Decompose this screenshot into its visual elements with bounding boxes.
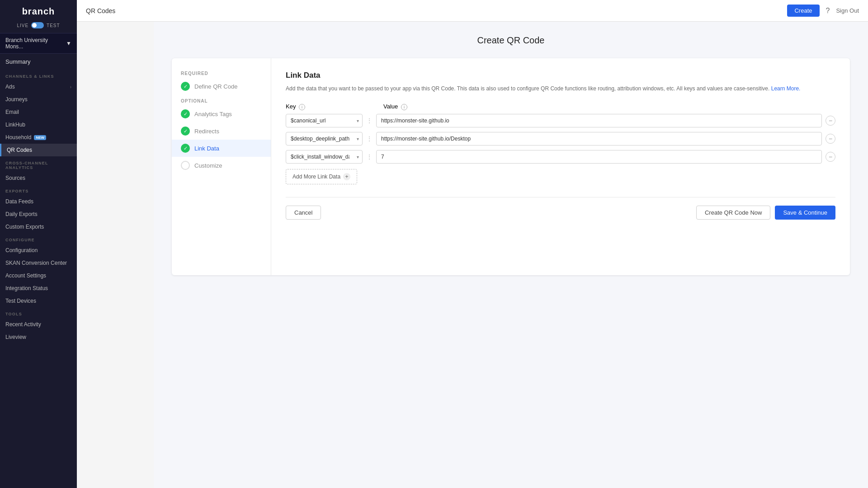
step-analytics-tags[interactable]: ✓ Analytics Tags (172, 105, 271, 122)
required-label: REQUIRED (172, 67, 271, 78)
sidebar-item-integration-status[interactable]: Integration Status (0, 282, 77, 295)
checkmark-define: ✓ (184, 84, 188, 89)
value-info-icon[interactable]: i (401, 104, 407, 110)
sidebar-item-configuration[interactable]: Configuration (0, 244, 77, 257)
wizard-footer: Cancel Create QR Code Now Save & Continu… (286, 197, 835, 220)
sidebar: branch LIVE TEST Branch University Mons.… (0, 0, 77, 488)
email-label: Email (5, 109, 19, 115)
step-label-customize: Customize (194, 162, 222, 169)
sidebar-item-skan[interactable]: SKAN Conversion Center (0, 257, 77, 269)
logo-text: branch (7, 6, 70, 17)
configuration-label: Configuration (5, 247, 38, 253)
step-icon-customize (181, 161, 190, 170)
toggle-switch[interactable] (31, 22, 44, 28)
sidebar-item-sources[interactable]: Sources (0, 172, 77, 184)
add-more-link-data-button[interactable]: Add More Link Data + (286, 169, 357, 184)
household-badge: NEW (34, 135, 46, 140)
key-select-3[interactable]: $click_install_window_days (286, 150, 363, 164)
key-select-wrapper-3: $click_install_window_days ▾ (286, 150, 363, 164)
learn-more-link[interactable]: Learn More. (771, 85, 801, 92)
sidebar-item-test-devices[interactable]: Test Devices (0, 295, 77, 307)
workspace-selector[interactable]: Branch University Mons... ▼ (0, 33, 77, 54)
link-data-row-3: $click_install_window_days ▾ ⋮ − (286, 150, 835, 164)
channels-links-section: CHANNELS & LINKS (0, 70, 77, 80)
cancel-button[interactable]: Cancel (286, 206, 321, 220)
main-content: Create QR Code REQUIRED ✓ Define QR Code… (154, 22, 868, 488)
step-icon-define: ✓ (181, 82, 190, 91)
create-qr-code-now-button[interactable]: Create QR Code Now (696, 206, 770, 220)
sidebar-item-account-settings[interactable]: Account Settings (0, 269, 77, 282)
sidebar-item-liveview[interactable]: Liveview (0, 331, 77, 343)
add-more-label: Add More Link Data (292, 174, 340, 180)
help-icon[interactable]: ? (826, 7, 830, 15)
household-label: Household (5, 134, 31, 141)
account-settings-label: Account Settings (5, 272, 46, 279)
step-redirects[interactable]: ✓ Redirects (172, 122, 271, 140)
key-info-icon[interactable]: i (299, 104, 305, 110)
cross-channel-section: CROSS-CHANNEL ANALYTICS (0, 156, 77, 172)
key-select-1[interactable]: $canonical_url (286, 114, 363, 127)
configure-section: CONFIGURE (0, 233, 77, 244)
sidebar-item-qr-codes[interactable]: QR Codes (0, 144, 77, 156)
sidebar-item-daily-exports[interactable]: Daily Exports (0, 208, 77, 221)
sidebar-item-summary[interactable]: Summary (0, 54, 77, 70)
wizard-container: REQUIRED ✓ Define QR Code OPTIONAL ✓ Ana… (172, 58, 850, 275)
step-define-qr-code[interactable]: ✓ Define QR Code (172, 78, 271, 95)
save-continue-button[interactable]: Save & Continue (775, 206, 835, 220)
checkmark-analytics: ✓ (184, 111, 188, 117)
checkmark-link-data: ✓ (184, 145, 188, 151)
qr-codes-label: QR Codes (7, 147, 32, 153)
test-label: TEST (47, 23, 60, 28)
recent-activity-label: Recent Activity (5, 321, 41, 328)
skan-label: SKAN Conversion Center (5, 260, 67, 266)
key-select-2[interactable]: $desktop_deeplink_path (286, 132, 363, 145)
step-icon-analytics: ✓ (181, 109, 190, 118)
steps-panel: REQUIRED ✓ Define QR Code OPTIONAL ✓ Ana… (172, 58, 271, 275)
create-button[interactable]: Create (787, 5, 819, 17)
step-link-data[interactable]: ✓ Link Data (172, 140, 271, 157)
topbar: QR Codes Create ? Sign Out (77, 0, 868, 22)
workspace-chevron: ▼ (66, 40, 71, 47)
test-devices-label: Test Devices (5, 298, 36, 304)
footer-right-buttons: Create QR Code Now Save & Continue (696, 206, 835, 220)
sidebar-item-ads[interactable]: Ads › (0, 80, 77, 93)
ads-label: Ads (5, 84, 15, 90)
step-icon-link-data: ✓ (181, 144, 190, 153)
liveview-label: Liveview (5, 334, 26, 340)
sidebar-item-data-feeds[interactable]: Data Feeds (0, 195, 77, 208)
key-select-wrapper-2: $desktop_deeplink_path ▾ (286, 132, 363, 145)
tools-section: TOOLS (0, 307, 77, 318)
value-input-2[interactable] (376, 132, 822, 145)
step-label-define: Define QR Code (194, 83, 237, 90)
sidebar-item-email[interactable]: Email (0, 106, 77, 118)
step-icon-redirects: ✓ (181, 127, 190, 136)
remove-btn-2[interactable]: − (826, 134, 835, 144)
content-title: Link Data (286, 71, 835, 80)
sidebar-item-journeys[interactable]: Journeys (0, 93, 77, 106)
value-input-1[interactable] (376, 114, 822, 127)
signout-link[interactable]: Sign Out (836, 7, 859, 14)
page-title: Create QR Code (172, 35, 850, 46)
live-test-toggle[interactable]: LIVE TEST (0, 20, 77, 33)
row-separator-1: ⋮ (366, 117, 373, 124)
step-customize[interactable]: Customize (172, 157, 271, 174)
key-column-header: Key i (286, 103, 363, 110)
content-panel: Link Data Add the data that you want to … (271, 58, 850, 275)
sidebar-item-recent-activity[interactable]: Recent Activity (0, 318, 77, 331)
sidebar-item-custom-exports[interactable]: Custom Exports (0, 221, 77, 233)
sidebar-item-linkhub[interactable]: LinkHub (0, 118, 77, 131)
remove-btn-1[interactable]: − (826, 116, 835, 126)
data-feeds-label: Data Feeds (5, 198, 33, 205)
content-description: Add the data that you want to be passed … (286, 84, 835, 93)
custom-exports-label: Custom Exports (5, 224, 44, 230)
step-label-redirects: Redirects (194, 128, 219, 135)
daily-exports-label: Daily Exports (5, 211, 38, 217)
step-label-link-data: Link Data (194, 145, 219, 152)
exports-section: EXPORTS (0, 184, 77, 195)
remove-btn-3[interactable]: − (826, 152, 835, 162)
summary-label: Summary (5, 58, 31, 65)
link-data-row-2: $desktop_deeplink_path ▾ ⋮ − (286, 132, 835, 145)
value-input-3[interactable] (376, 150, 822, 164)
sidebar-item-household[interactable]: Household NEW (0, 131, 77, 144)
link-data-row-1: $canonical_url ▾ ⋮ − (286, 114, 835, 127)
